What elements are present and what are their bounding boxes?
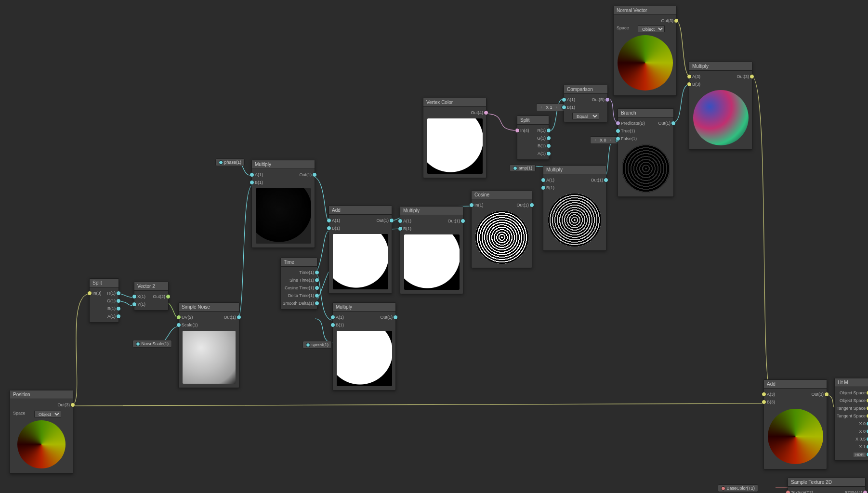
drag-x[interactable]: ‹ [539,105,544,110]
port-out[interactable] [605,97,610,102]
port[interactable] [866,429,868,434]
port-in[interactable] [469,203,474,208]
port-a[interactable] [762,392,766,397]
shader-graph-canvas[interactable]: Position Out(3) SpaceObject Split In(3)R… [0,0,868,493]
port[interactable] [866,406,868,411]
node-split[interactable]: Split In(3)R(1) G(1) B(1) A(1) [89,278,119,323]
port-in[interactable] [87,291,92,296]
port-a[interactable] [116,314,121,319]
node-simple-noise[interactable]: Simple Noise UV(2)Out(1) Scale(1) [178,302,239,388]
port-y[interactable] [132,302,137,307]
node-multiply[interactable]: Multiply A(1)Out(1) B(1) [251,160,315,248]
port-out[interactable] [219,160,223,165]
port-b[interactable] [546,143,551,148]
port-x[interactable] [132,294,137,299]
port[interactable] [866,452,868,457]
port-time[interactable] [315,270,319,275]
port-out[interactable] [237,315,241,320]
node-title[interactable]: Add [764,380,827,389]
port-out[interactable] [70,402,75,407]
node-title[interactable]: Multiply [333,303,395,311]
drag-x[interactable]: › [554,105,559,110]
port-out[interactable] [484,110,488,115]
node-title[interactable]: Time [281,258,317,267]
port-out[interactable] [393,315,398,320]
port-a[interactable] [327,218,331,223]
port-false[interactable] [616,136,620,141]
node-title[interactable]: Position [10,390,73,399]
node-vertex-color[interactable]: Vertex Color Out(4) [423,98,487,178]
port[interactable] [866,444,868,449]
port[interactable] [866,398,868,403]
port-a[interactable] [546,151,551,156]
port-out[interactable] [674,18,679,23]
node-sample-texture-2d[interactable]: Sample Texture 2D Texture(T2)RGBA(4) [788,478,866,493]
port[interactable] [866,390,868,395]
port-out[interactable] [389,218,394,223]
node-title[interactable]: Split [90,279,118,287]
port-out[interactable] [312,172,317,177]
port-b[interactable] [541,185,546,190]
drag-x[interactable]: › [608,138,613,143]
node-title[interactable]: Lit M [835,378,868,387]
port-a[interactable] [562,97,566,102]
node-title[interactable]: Multiply [689,62,752,71]
port-out[interactable] [604,178,608,182]
port-b[interactable] [116,306,121,311]
node-position[interactable]: Position Out(3) SpaceObject [10,390,73,474]
space-select[interactable]: Object [34,411,61,417]
node-title[interactable]: Add [329,206,392,215]
node-time[interactable]: Time Time(1) Sine Time(1) Cosine Time(1)… [280,258,317,310]
port-in[interactable] [515,128,520,133]
port-out[interactable] [671,121,676,126]
port-b[interactable] [687,82,692,87]
port-delta[interactable] [315,293,319,298]
port-r[interactable] [546,128,551,133]
port-r[interactable] [116,291,121,296]
port-sine[interactable] [315,278,319,283]
space-select[interactable]: Object [638,26,665,32]
node-vector2[interactable]: Vector 2 X(1)Out(2) Y(1) [134,282,169,311]
port-b[interactable] [327,226,331,231]
prop-speed[interactable]: speed(1) [302,341,332,349]
node-split[interactable]: Split In(4)R(1) G(1) B(1) A(1) [517,116,549,160]
node-cosine[interactable]: Cosine In(1)Out(1) [471,190,532,268]
port-true[interactable] [616,129,620,133]
port-b[interactable] [250,180,254,185]
node-title[interactable]: Cosine [472,191,532,199]
port-a[interactable] [330,315,335,320]
port-b[interactable] [330,323,335,327]
port-uv[interactable] [176,315,181,320]
port-out[interactable] [166,294,171,299]
port[interactable] [866,437,868,441]
port-scale[interactable] [176,323,181,327]
port-a[interactable] [250,172,254,177]
prop-amp[interactable]: amp(1) [510,164,536,172]
node-title[interactable]: Vector 2 [134,282,168,291]
prop-basecolor[interactable]: BaseColor(T2) [718,484,758,492]
port-out[interactable] [460,219,465,223]
port-smooth[interactable] [315,301,319,306]
prop-phase[interactable]: phase(1) [215,158,245,166]
port-out[interactable] [513,166,517,170]
node-title[interactable]: Multiply [252,160,315,169]
port-out[interactable] [750,74,754,79]
port-cosine[interactable] [315,285,319,290]
port-rgba[interactable] [863,490,868,493]
port-g[interactable] [546,136,551,141]
prop-noisescale[interactable]: NoiseScale(1) [132,340,172,348]
node-title[interactable]: Vertex Color [423,98,486,107]
port[interactable] [866,414,868,418]
port-tex[interactable] [786,490,790,493]
port-out[interactable] [824,392,829,397]
node-branch[interactable]: Branch Predicate(B)Out(1) True(1) False(… [618,108,674,197]
node-title[interactable]: Branch [618,109,673,117]
port-b[interactable] [398,226,403,231]
port[interactable] [866,421,868,426]
node-title[interactable]: Simple Noise [179,303,239,311]
node-multiply[interactable]: Multiply A(1)Out(1) B(1) [543,165,606,251]
port-a[interactable] [398,219,403,223]
port-out[interactable] [306,343,310,347]
node-title[interactable]: Sample Texture 2D [788,478,865,487]
node-title[interactable]: Comparison [564,85,607,94]
